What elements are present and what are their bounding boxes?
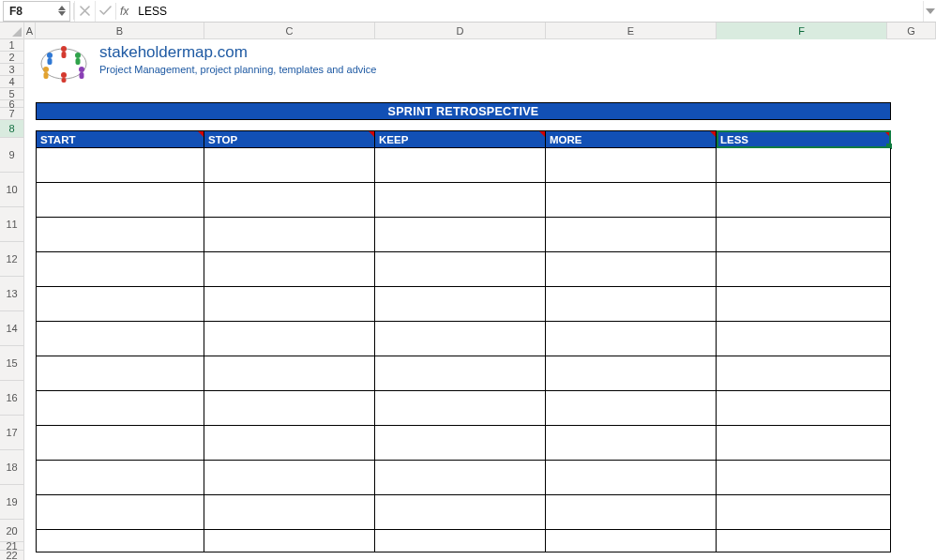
cell[interactable] xyxy=(204,322,375,356)
row-header[interactable]: 10 xyxy=(0,173,23,207)
comment-indicator-icon[interactable] xyxy=(198,131,204,137)
cell[interactable] xyxy=(375,287,546,322)
cancel-formula-button[interactable] xyxy=(74,1,95,22)
cell[interactable] xyxy=(375,495,546,530)
header-stop[interactable]: STOP xyxy=(204,131,375,148)
cell[interactable] xyxy=(717,183,891,218)
cell[interactable] xyxy=(717,252,891,287)
formula-input[interactable] xyxy=(134,1,923,22)
cell[interactable] xyxy=(375,426,546,461)
cell[interactable] xyxy=(717,218,891,252)
comment-indicator-icon[interactable] xyxy=(710,131,716,137)
cell[interactable] xyxy=(546,461,717,495)
row-header[interactable]: 11 xyxy=(0,207,23,242)
comment-indicator-icon[interactable] xyxy=(369,131,374,137)
col-header-F[interactable]: F xyxy=(717,23,887,39)
expand-formula-bar-button[interactable] xyxy=(923,1,936,22)
col-header-D[interactable]: D xyxy=(375,23,546,39)
cell[interactable] xyxy=(546,252,717,287)
row-header[interactable]: 22 xyxy=(0,551,23,559)
select-all-corner[interactable] xyxy=(0,23,24,39)
cell[interactable] xyxy=(36,252,204,287)
cell[interactable] xyxy=(36,183,204,218)
cell[interactable] xyxy=(204,356,375,391)
cell[interactable] xyxy=(546,530,717,552)
row-header[interactable]: 2 xyxy=(0,52,23,64)
row-header[interactable]: 15 xyxy=(0,346,23,381)
cells-area[interactable]: stakeholdermap.com Project Management, p… xyxy=(24,39,936,560)
cell[interactable] xyxy=(717,287,891,322)
row-header[interactable]: 19 xyxy=(0,485,23,520)
cell[interactable] xyxy=(717,530,891,552)
cell[interactable] xyxy=(546,287,717,322)
cell[interactable] xyxy=(546,183,717,218)
row-header[interactable]: 1 xyxy=(0,39,23,52)
cell[interactable] xyxy=(546,391,717,426)
cell[interactable] xyxy=(204,391,375,426)
cell[interactable] xyxy=(375,252,546,287)
name-box[interactable]: F8 xyxy=(3,1,70,22)
header-less[interactable]: LESS xyxy=(717,131,891,148)
col-header-A[interactable]: A xyxy=(24,23,36,39)
cell[interactable] xyxy=(204,287,375,322)
cell[interactable] xyxy=(204,530,375,552)
row-header[interactable]: 12 xyxy=(0,242,23,277)
cell[interactable] xyxy=(36,148,204,183)
row-header[interactable]: 14 xyxy=(0,311,23,346)
row-header[interactable]: 18 xyxy=(0,450,23,485)
comment-indicator-icon[interactable] xyxy=(539,131,545,137)
cell[interactable] xyxy=(717,426,891,461)
cell[interactable] xyxy=(204,183,375,218)
col-header-B[interactable]: B xyxy=(36,23,204,39)
row-header[interactable]: 16 xyxy=(0,381,23,416)
cell[interactable] xyxy=(36,495,204,530)
row-header[interactable]: 17 xyxy=(0,416,23,450)
cell[interactable] xyxy=(375,530,546,552)
row-header[interactable]: 13 xyxy=(0,277,23,311)
name-box-steppers[interactable] xyxy=(54,6,69,16)
header-keep[interactable]: KEEP xyxy=(375,131,546,148)
row-header[interactable]: 8 xyxy=(0,120,23,138)
cell[interactable] xyxy=(546,495,717,530)
col-header-C[interactable]: C xyxy=(204,23,375,39)
cell[interactable] xyxy=(375,356,546,391)
cell[interactable] xyxy=(36,322,204,356)
title-band[interactable]: SPRINT RETROSPECTIVE xyxy=(36,102,891,120)
cell[interactable] xyxy=(375,391,546,426)
cell[interactable] xyxy=(717,148,891,183)
cell[interactable] xyxy=(36,218,204,252)
comment-indicator-icon[interactable] xyxy=(884,131,890,137)
enter-formula-button[interactable] xyxy=(95,1,115,22)
cell[interactable] xyxy=(375,322,546,356)
cell[interactable] xyxy=(717,391,891,426)
cell[interactable] xyxy=(204,461,375,495)
cell[interactable] xyxy=(717,461,891,495)
cell[interactable] xyxy=(204,218,375,252)
cell[interactable] xyxy=(717,322,891,356)
cell[interactable] xyxy=(36,530,204,552)
cell[interactable] xyxy=(36,426,204,461)
cell[interactable] xyxy=(375,218,546,252)
col-header-E[interactable]: E xyxy=(546,23,717,39)
cell[interactable] xyxy=(204,495,375,530)
cell[interactable] xyxy=(36,461,204,495)
row-header[interactable]: 7 xyxy=(0,108,23,120)
cell[interactable] xyxy=(546,356,717,391)
row-header[interactable]: 6 xyxy=(0,100,23,108)
cell[interactable] xyxy=(204,252,375,287)
row-header[interactable]: 20 xyxy=(0,520,23,542)
cell[interactable] xyxy=(546,148,717,183)
cell[interactable] xyxy=(717,495,891,530)
cell[interactable] xyxy=(36,356,204,391)
row-header[interactable]: 9 xyxy=(0,138,23,173)
col-header-G[interactable]: G xyxy=(887,23,936,39)
cell[interactable] xyxy=(546,426,717,461)
cell[interactable] xyxy=(546,322,717,356)
cell[interactable] xyxy=(546,218,717,252)
cell[interactable] xyxy=(204,426,375,461)
row-header[interactable]: 4 xyxy=(0,76,23,88)
cell[interactable] xyxy=(375,148,546,183)
header-start[interactable]: START xyxy=(36,131,204,148)
cell[interactable] xyxy=(204,148,375,183)
cell[interactable] xyxy=(36,287,204,322)
